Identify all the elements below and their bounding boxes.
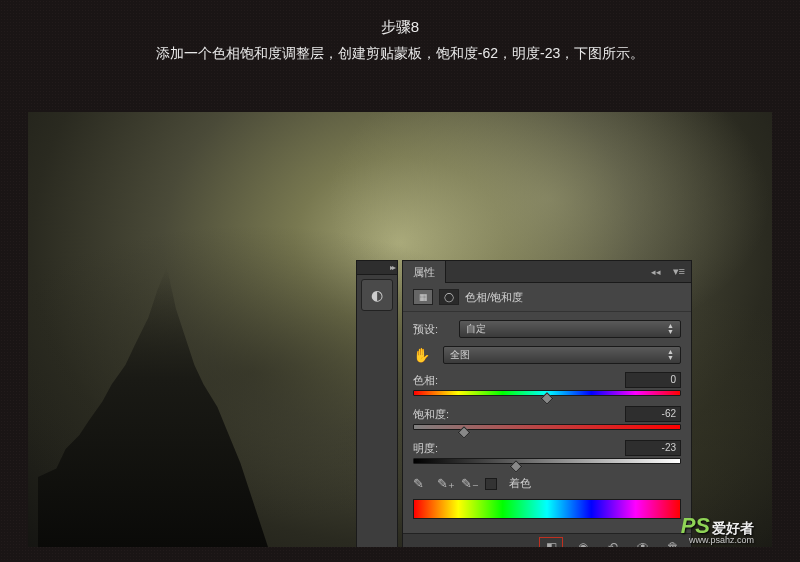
saturation-slider-row: 饱和度: -62 xyxy=(413,406,681,434)
scrubby-hand-icon[interactable]: ✋ xyxy=(413,347,437,363)
properties-panel: 属性 ◂◂ ▾≡ ▦ ◯ 色相/饱和度 预设: 自定 ▲▼ ✋ xyxy=(402,260,692,547)
panel-header: 属性 ◂◂ ▾≡ xyxy=(403,261,691,283)
eyedropper-plus-icon[interactable]: ✎₊ xyxy=(437,476,453,491)
visibility-button[interactable]: 👁 xyxy=(633,538,653,548)
collapse-icon[interactable]: ◂◂ xyxy=(651,267,667,277)
panel-group: ▸▸ ◐ 属性 ◂◂ ▾≡ ▦ ◯ 色相/饱和度 预设: 自定 ▲▼ xyxy=(356,260,692,547)
step-title: 步骤8 xyxy=(0,18,800,37)
scope-dropdown[interactable]: 全图 ▲▼ xyxy=(443,346,681,364)
dropdown-arrows-icon: ▲▼ xyxy=(667,323,674,335)
lightness-slider[interactable] xyxy=(413,458,681,468)
mini-toolbar: ▸▸ ◐ xyxy=(356,260,398,547)
panel-body: 预设: 自定 ▲▼ ✋ 全图 ▲▼ 色相: 0 xyxy=(403,312,691,533)
hue-label: 色相: xyxy=(413,373,438,388)
hue-slider-row: 色相: 0 xyxy=(413,372,681,400)
watermark-url: www.psahz.com xyxy=(689,535,754,545)
scope-row: ✋ 全图 ▲▼ xyxy=(413,346,681,364)
adjustment-label: 色相/饱和度 xyxy=(465,290,523,305)
view-previous-button[interactable]: ◉ xyxy=(573,538,593,548)
saturation-slider[interactable] xyxy=(413,424,681,434)
preset-dropdown[interactable]: 自定 ▲▼ xyxy=(459,320,681,338)
tutorial-header: 步骤8 添加一个色相饱和度调整层，创建剪贴蒙板，饱和度-62，明度-23，下图所… xyxy=(0,0,800,71)
properties-tab[interactable]: 属性 xyxy=(403,261,446,283)
colorize-label: 着色 xyxy=(509,476,531,491)
dropdown-arrows-icon: ▲▼ xyxy=(667,349,674,361)
toolbar-head[interactable]: ▸▸ xyxy=(357,261,397,275)
saturation-track xyxy=(413,424,681,430)
collapse-arrows-icon: ▸▸ xyxy=(390,263,394,272)
hue-slider[interactable] xyxy=(413,390,681,400)
mask-icon[interactable]: ◯ xyxy=(439,289,459,305)
lightness-value[interactable]: -23 xyxy=(625,440,681,456)
panel-menu-icon[interactable]: ▾≡ xyxy=(667,265,691,278)
hue-value[interactable]: 0 xyxy=(625,372,681,388)
adjustment-type-row: ▦ ◯ 色相/饱和度 xyxy=(403,283,691,312)
eyedropper-row: ✎ ✎₊ ✎₋ 着色 xyxy=(413,476,681,491)
lightness-slider-row: 明度: -23 xyxy=(413,440,681,468)
lightness-track xyxy=(413,458,681,464)
watermark: PS 爱好者 www.psahz.com xyxy=(681,513,754,539)
eyedropper-icon[interactable]: ✎ xyxy=(413,476,429,491)
image-canvas: ▸▸ ◐ 属性 ◂◂ ▾≡ ▦ ◯ 色相/饱和度 预设: 自定 ▲▼ xyxy=(28,112,772,547)
lightness-label: 明度: xyxy=(413,441,438,456)
preset-label: 预设: xyxy=(413,322,453,337)
preset-value: 自定 xyxy=(466,322,486,336)
panel-footer: ◧ ◉ ↶ 👁 🗑 xyxy=(403,533,691,547)
saturation-label: 饱和度: xyxy=(413,407,449,422)
spectrum-bar[interactable] xyxy=(413,499,681,519)
saturation-value[interactable]: -62 xyxy=(625,406,681,422)
clip-to-layer-button[interactable]: ◧ xyxy=(539,537,563,548)
eyedropper-minus-icon[interactable]: ✎₋ xyxy=(461,476,477,491)
adjustment-icon: ▦ xyxy=(413,289,433,305)
scope-value: 全图 xyxy=(450,348,470,362)
colorize-checkbox[interactable] xyxy=(485,478,497,490)
step-description: 添加一个色相饱和度调整层，创建剪贴蒙板，饱和度-62，明度-23，下图所示。 xyxy=(0,45,800,63)
preset-row: 预设: 自定 ▲▼ xyxy=(413,320,681,338)
adjustments-icon-button[interactable]: ◐ xyxy=(361,279,393,311)
reset-button[interactable]: ↶ xyxy=(603,538,623,548)
